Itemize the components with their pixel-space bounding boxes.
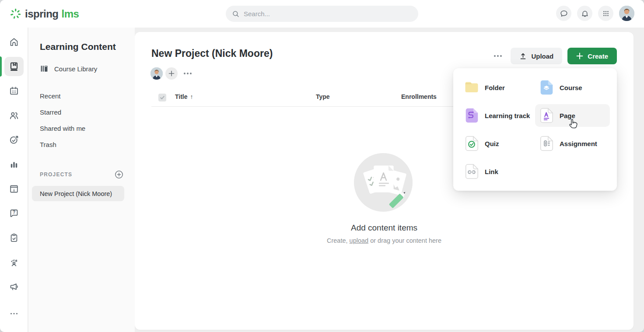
ispring-spinner-icon bbox=[10, 8, 21, 20]
icon-rail: ? bbox=[0, 28, 28, 332]
plus-circle-icon bbox=[115, 170, 123, 179]
menu-item-label: Page bbox=[560, 112, 575, 119]
menu-item-label: Link bbox=[485, 168, 498, 175]
folder-icon bbox=[464, 80, 480, 95]
course-icon bbox=[539, 79, 554, 96]
learning-content-book-icon bbox=[9, 61, 19, 72]
people-icon bbox=[9, 110, 19, 121]
owner-more-options-button[interactable] bbox=[180, 69, 195, 78]
upload-label: Upload bbox=[531, 52, 553, 60]
page-title: New Project (Nick Moore) bbox=[151, 48, 273, 59]
ispring-logo: ispringlms bbox=[0, 8, 79, 20]
rail-people[interactable] bbox=[0, 103, 28, 128]
projects-label: PROJECTS bbox=[40, 171, 72, 178]
menu-item-quiz[interactable]: Quiz bbox=[460, 132, 535, 155]
add-member-button[interactable] bbox=[165, 67, 178, 80]
apps-grid-icon bbox=[602, 10, 610, 17]
topbar-actions bbox=[556, 6, 634, 21]
rail-360-feedback[interactable] bbox=[0, 250, 28, 275]
rail-announcements[interactable] bbox=[0, 275, 28, 299]
info-board-icon bbox=[9, 184, 19, 194]
question-chat-icon: ? bbox=[9, 208, 19, 219]
sidebar-item-starred[interactable]: Starred bbox=[28, 104, 135, 120]
rail-qa[interactable]: ? bbox=[0, 201, 28, 226]
svg-text:?: ? bbox=[12, 210, 15, 215]
bell-icon bbox=[581, 9, 589, 18]
library-icon bbox=[40, 64, 49, 73]
sidebar-item-new-project[interactable]: New Project (Nick Moore) bbox=[32, 186, 124, 201]
apps-button[interactable] bbox=[598, 6, 613, 21]
app-window: ispringlms bbox=[0, 0, 644, 332]
menu-item-link[interactable]: Link bbox=[460, 160, 535, 183]
menu-item-label: Assignment bbox=[560, 140, 597, 147]
create-dropdown-menu: Folder Course bbox=[453, 68, 617, 191]
topbar: ispringlms bbox=[0, 0, 644, 28]
sidebar-item-course-library[interactable]: Course Library bbox=[40, 64, 135, 73]
create-label: Create bbox=[588, 52, 608, 60]
quiz-icon bbox=[464, 135, 480, 152]
menu-item-learning-track[interactable]: Learning track bbox=[460, 104, 535, 127]
plus-icon bbox=[168, 70, 175, 77]
page-icon bbox=[539, 107, 554, 124]
rail-learning-content[interactable] bbox=[0, 54, 28, 79]
announcements-megaphone-icon bbox=[9, 282, 19, 292]
create-button[interactable]: Create bbox=[567, 48, 617, 64]
tasks-clipboard-icon bbox=[9, 233, 19, 243]
rail-goals[interactable] bbox=[0, 128, 28, 152]
profile-avatar[interactable] bbox=[619, 6, 634, 21]
upload-icon bbox=[519, 52, 527, 60]
projects-section-header: PROJECTS bbox=[40, 170, 123, 179]
menu-item-folder[interactable]: Folder bbox=[460, 76, 535, 99]
add-project-button[interactable] bbox=[115, 170, 123, 179]
menu-item-label: Course bbox=[560, 84, 582, 91]
rail-more[interactable] bbox=[0, 301, 28, 326]
search-input[interactable] bbox=[244, 10, 412, 17]
sidebar-item-trash[interactable]: Trash bbox=[28, 136, 135, 153]
sort-ascending-icon: ↑ bbox=[190, 93, 193, 100]
menu-item-course[interactable]: Course bbox=[535, 76, 610, 99]
notifications-button[interactable] bbox=[577, 6, 592, 21]
chat-button[interactable] bbox=[556, 6, 571, 21]
learning-content-sidebar: Learning Content Course Library Recent S… bbox=[28, 28, 135, 332]
menu-item-label: Learning track bbox=[485, 112, 530, 119]
column-header-title[interactable]: Title ↑ bbox=[175, 93, 193, 100]
feedback-360-icon bbox=[9, 257, 19, 268]
select-all-checkbox[interactable] bbox=[158, 94, 166, 101]
search-icon bbox=[232, 10, 240, 18]
sidebar-item-shared[interactable]: Shared with me bbox=[28, 120, 135, 136]
sidebar-nav: Recent Starred Shared with me Trash bbox=[28, 88, 135, 153]
reports-chart-icon bbox=[9, 159, 19, 170]
column-header-type[interactable]: Type bbox=[316, 93, 330, 100]
menu-item-assignment[interactable]: Assignment bbox=[535, 132, 610, 155]
sidebar-item-label: Course Library bbox=[54, 65, 97, 73]
column-header-enrollments[interactable]: Enrollments bbox=[401, 93, 437, 100]
calendar-icon bbox=[9, 86, 19, 96]
assignment-icon bbox=[539, 135, 554, 152]
more-icon bbox=[9, 308, 19, 319]
sidebar-item-recent[interactable]: Recent bbox=[28, 88, 135, 104]
learning-track-icon bbox=[464, 107, 480, 124]
chat-icon bbox=[560, 9, 568, 18]
menu-item-label: Folder bbox=[485, 84, 505, 91]
rail-calendar[interactable] bbox=[0, 79, 28, 103]
empty-state-illustration bbox=[354, 153, 414, 213]
upload-button[interactable]: Upload bbox=[511, 48, 562, 64]
project-more-options-button[interactable] bbox=[490, 52, 505, 60]
menu-item-label: Quiz bbox=[485, 140, 499, 147]
card-actions: Upload Create bbox=[490, 48, 617, 64]
home-icon bbox=[9, 37, 19, 47]
goals-icon bbox=[9, 135, 19, 145]
rail-home[interactable] bbox=[0, 30, 28, 54]
link-icon bbox=[464, 163, 480, 180]
global-search[interactable] bbox=[226, 6, 418, 22]
logo-wordmark: ispringlms bbox=[25, 8, 79, 20]
sidebar-title: Learning Content bbox=[40, 42, 135, 52]
owner-avatar[interactable] bbox=[150, 67, 163, 80]
upload-link[interactable]: upload bbox=[350, 237, 369, 244]
rail-reports[interactable] bbox=[0, 152, 28, 177]
plus-icon bbox=[576, 52, 583, 59]
empty-state-heading: Add content items bbox=[351, 223, 417, 233]
rail-assignments[interactable] bbox=[0, 226, 28, 250]
menu-item-page[interactable]: Page bbox=[535, 104, 610, 127]
rail-info-portal[interactable] bbox=[0, 177, 28, 201]
